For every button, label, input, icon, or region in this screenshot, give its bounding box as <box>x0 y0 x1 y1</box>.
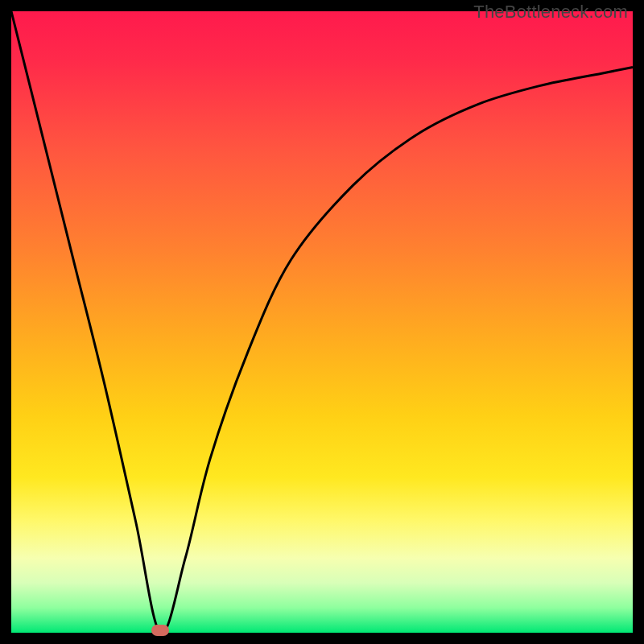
bottleneck-curve <box>11 11 633 633</box>
curve-path <box>11 11 633 634</box>
watermark-text: TheBottleneck.com <box>473 2 628 23</box>
minimum-marker <box>151 625 169 636</box>
chart-frame <box>11 11 633 633</box>
